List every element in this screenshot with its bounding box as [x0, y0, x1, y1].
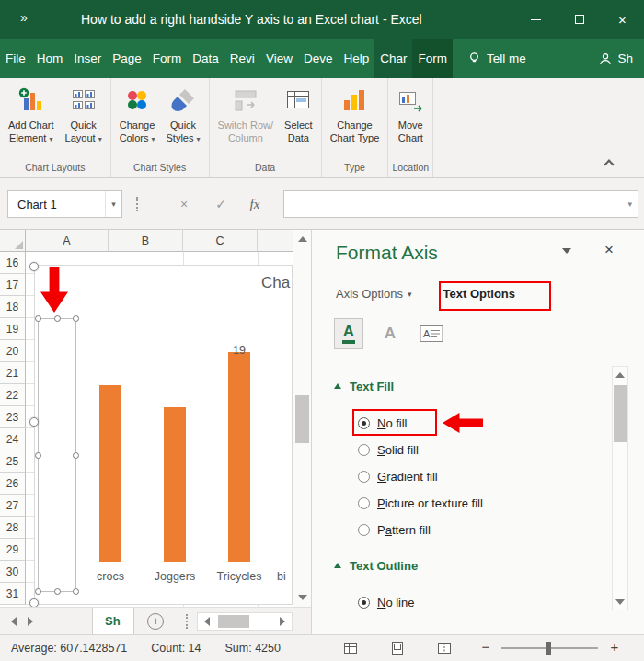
row-header-25[interactable]: 25 — [0, 450, 26, 473]
ribbon-tab-deve[interactable]: Deve — [298, 39, 339, 78]
share-button[interactable]: Sh — [593, 39, 638, 78]
page-break-view-button[interactable] — [436, 640, 452, 655]
tab-strip-splitter[interactable] — [186, 614, 188, 629]
ribbon-group-label: Type — [325, 160, 385, 177]
row-header-26[interactable]: 26 — [0, 473, 26, 495]
row-header-19[interactable]: 19 — [0, 318, 26, 340]
tab-axis-options[interactable]: Axis Options ▾ — [336, 287, 412, 301]
column-header-a[interactable]: A — [26, 230, 109, 252]
row-header-30[interactable]: 30 — [0, 561, 26, 583]
ribbon-button-add-chart-element[interactable]: Add ChartElement ▾ — [3, 80, 60, 160]
scroll-down-button[interactable] — [293, 588, 311, 607]
vertical-scrollbar[interactable] — [293, 230, 311, 607]
insert-function-button[interactable]: fx — [241, 190, 269, 218]
pane-options-chevron-icon[interactable] — [562, 254, 571, 270]
normal-view-button[interactable] — [342, 640, 358, 655]
chart-selection-handle[interactable] — [29, 417, 39, 427]
horizontal-scrollbar-thumb[interactable] — [218, 615, 249, 628]
formula-input[interactable]: ▾ — [283, 190, 638, 218]
enter-button[interactable]: ✓ — [207, 190, 235, 218]
select-all-corner[interactable] — [0, 230, 26, 252]
zoom-slider-thumb[interactable] — [546, 642, 551, 655]
ribbon-tab-form[interactable]: Form — [412, 39, 453, 78]
ribbon-tab-revi[interactable]: Revi — [224, 39, 260, 78]
title-bar: » How to add a right handside Y axis to … — [0, 0, 644, 39]
formula-bar-splitter[interactable] — [136, 197, 138, 211]
sheet-nav-right-icon[interactable] — [28, 617, 33, 626]
sheet-nav-left-icon[interactable] — [11, 617, 17, 626]
radio-gradient-fill[interactable]: Gradient fill — [334, 463, 610, 490]
ribbon-tab-view[interactable]: View — [260, 39, 298, 78]
up-arrow-icon — [298, 236, 307, 242]
maximize-button[interactable] — [558, 0, 601, 39]
embedded-chart[interactable]: Cha 19 crocsJoggersTricyclesbi — [34, 265, 293, 605]
column-header-c[interactable]: C — [183, 230, 258, 252]
text-fill-outline-icon-tab[interactable]: A — [334, 318, 363, 349]
row-header-27[interactable]: 27 — [0, 495, 26, 517]
ribbon-tab-help[interactable]: Help — [338, 39, 374, 78]
ribbon-button-select-data[interactable]: SelectData — [279, 80, 318, 160]
row-header-24[interactable]: 24 — [0, 428, 26, 450]
pane-scroll-up-button[interactable] — [613, 367, 627, 382]
radio-icon — [358, 471, 370, 483]
ribbon-tab-bar: FileHomInserPageFormDataReviViewDeveHelp… — [0, 39, 644, 78]
dropdown-chevron-icon: ▾ — [98, 135, 102, 143]
ribbon-tab-page[interactable]: Page — [107, 39, 147, 78]
close-button[interactable]: × — [601, 0, 644, 39]
horizontal-scrollbar[interactable] — [197, 612, 293, 631]
row-header-17[interactable]: 17 — [0, 274, 26, 296]
pane-scroll-down-button[interactable] — [613, 594, 627, 610]
row-header-29[interactable]: 29 — [0, 539, 26, 561]
ribbon-button-quick-styles[interactable]: QuickStyles ▾ — [161, 80, 206, 160]
radio-pattern-fill[interactable]: Pattern fill — [334, 517, 610, 543]
row-header-28[interactable]: 28 — [0, 517, 26, 539]
row-header-18[interactable]: 18 — [0, 296, 26, 318]
minimize-button[interactable] — [514, 0, 558, 39]
text-effects-icon-tab[interactable]: A — [375, 318, 405, 349]
pane-close-button[interactable]: × — [604, 241, 614, 259]
vertical-scrollbar-thumb[interactable] — [295, 395, 309, 443]
ribbon-tab-inser[interactable]: Inser — [68, 39, 107, 78]
ribbon-tab-hom[interactable]: Hom — [31, 39, 69, 78]
ribbon-button-change-colors[interactable]: ChangeColors ▾ — [114, 80, 161, 160]
active-sheet-tab[interactable]: Sh — [92, 608, 134, 634]
name-box[interactable]: Chart 1 ▾ — [7, 190, 122, 218]
ribbon-tab-data[interactable]: Data — [187, 39, 224, 78]
tell-me-box[interactable]: Tell me — [462, 39, 532, 78]
row-header-23[interactable]: 23 — [0, 406, 26, 428]
pane-scrollbar-thumb[interactable] — [614, 385, 627, 442]
scroll-up-button[interactable] — [293, 230, 311, 248]
ribbon-button-switch-row-column[interactable]: Switch Row/Column — [213, 80, 280, 160]
zoom-in-button[interactable]: + — [605, 639, 624, 655]
ribbon-tab-file[interactable]: File — [0, 39, 31, 78]
row-header-31[interactable]: 31 — [0, 583, 26, 605]
section-header-text-fill[interactable]: Text Fill — [334, 375, 610, 397]
row-header-20[interactable]: 20 — [0, 340, 26, 362]
textbox-icon-tab[interactable]: A — [417, 318, 446, 349]
row-header-16[interactable]: 16 — [0, 252, 26, 274]
ribbon-tab-char[interactable]: Char — [374, 39, 412, 78]
chart-selection-handle[interactable] — [29, 262, 39, 271]
ribbon-group-label: Chart Styles — [114, 160, 206, 177]
cancel-button[interactable]: × — [170, 190, 198, 218]
column-header-b[interactable]: B — [109, 230, 183, 252]
quick-access-toolbar-chevron-icon[interactable]: » — [20, 10, 28, 25]
radio-solid-fill[interactable]: Solid fill — [334, 437, 610, 463]
scroll-left-button[interactable] — [198, 613, 216, 630]
row-header-22[interactable]: 22 — [0, 384, 26, 406]
radio-picture-or-texture-fill[interactable]: Picture or texture fill — [334, 490, 610, 517]
scroll-right-button[interactable] — [273, 613, 292, 630]
formula-bar-expand-icon[interactable]: ▾ — [627, 199, 632, 209]
section-header-text-outline[interactable]: Text Outline — [334, 554, 610, 576]
ribbon-tab-form[interactable]: Form — [147, 39, 188, 78]
radio-no-line[interactable]: No line — [334, 589, 610, 616]
pane-scrollbar[interactable] — [612, 366, 628, 610]
ribbon-button-move-chart[interactable]: MoveChart — [391, 80, 430, 160]
new-sheet-button[interactable]: + — [147, 613, 164, 630]
name-box-dropdown-icon[interactable]: ▾ — [105, 191, 121, 217]
row-header-21[interactable]: 21 — [0, 362, 26, 384]
ribbon-button-change-chart-type[interactable]: ChangeChart Type — [325, 80, 385, 160]
ribbon-button-quick-layout[interactable]: QuickLayout ▾ — [60, 80, 108, 160]
page-layout-view-button[interactable] — [389, 640, 405, 655]
zoom-out-button[interactable]: − — [477, 639, 495, 655]
